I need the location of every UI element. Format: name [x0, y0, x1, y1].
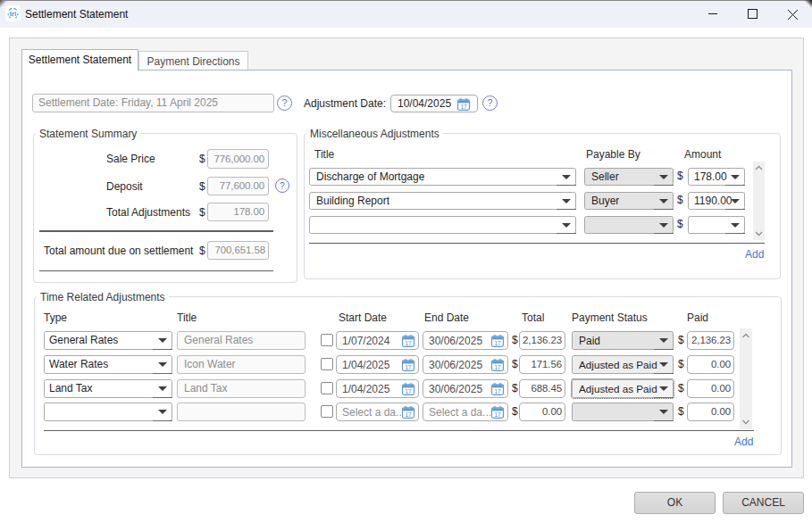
svg-text:17: 17 [405, 411, 412, 418]
svg-text:tri: tri [10, 10, 17, 18]
svg-text:17: 17 [494, 340, 501, 346]
svg-text:17: 17 [494, 411, 501, 418]
svg-text:17: 17 [405, 364, 412, 370]
svg-text:17: 17 [494, 364, 501, 370]
svg-text:17: 17 [405, 388, 412, 394]
svg-text:17: 17 [405, 340, 412, 346]
svg-text:17: 17 [460, 104, 467, 110]
svg-text:17: 17 [494, 388, 501, 394]
